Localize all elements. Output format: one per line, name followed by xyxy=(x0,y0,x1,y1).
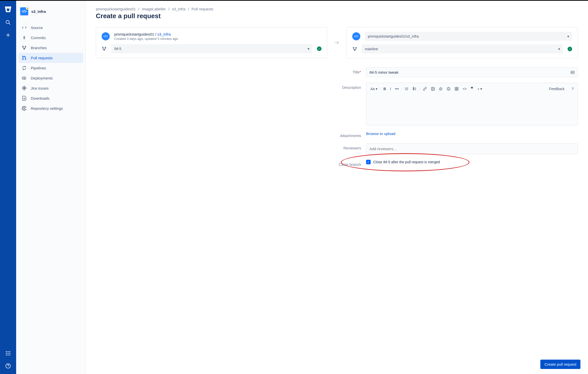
feedback-link[interactable]: Feedback xyxy=(549,86,565,91)
svg-point-28 xyxy=(105,47,106,48)
code-icon[interactable]: <> xyxy=(462,86,467,91)
svg-point-20 xyxy=(24,48,24,49)
quote-icon[interactable]: ❞ xyxy=(470,86,474,92)
chevron-down-icon: ▾ xyxy=(308,47,309,51)
breadcrumb-item[interactable]: Pull requests xyxy=(191,7,213,11)
more-formatting-icon[interactable]: ••• xyxy=(395,86,399,91)
sidebar-item-settings[interactable]: Repository settings xyxy=(19,103,83,113)
code-icon: </> xyxy=(352,32,360,40)
help-icon[interactable] xyxy=(5,363,11,369)
svg-point-52 xyxy=(447,87,450,90)
repo-sidebar: </>🔒 s3_infra Source Commits Branches Pu… xyxy=(16,1,86,374)
description-label: Description xyxy=(326,83,361,90)
svg-point-40 xyxy=(405,89,405,89)
svg-point-18 xyxy=(22,46,23,47)
svg-point-38 xyxy=(405,88,405,88)
contact-card-icon[interactable] xyxy=(570,70,575,75)
sidebar-item-label: Jira issues xyxy=(31,86,49,90)
commit-icon xyxy=(22,35,27,40)
jira-icon xyxy=(22,86,27,91)
add-more-icon[interactable]: + ▾ xyxy=(477,86,483,91)
sidebar-item-branches[interactable]: Branches xyxy=(19,43,83,53)
bullet-list-icon[interactable] xyxy=(404,86,409,91)
svg-rect-7 xyxy=(6,353,7,354)
sidebar-item-pipelines[interactable]: Pipelines xyxy=(19,63,83,73)
source-repo-link[interactable]: pmmquickstartguides01 / s3_infra xyxy=(114,32,178,36)
title-label: Title* xyxy=(326,67,361,74)
gear-icon xyxy=(22,106,27,111)
svg-rect-8 xyxy=(8,353,8,354)
svg-point-0 xyxy=(6,20,9,24)
emoji-icon[interactable] xyxy=(446,86,451,91)
global-nav-rail xyxy=(0,1,16,374)
create-pull-request-button[interactable]: Create pull request xyxy=(540,360,580,369)
svg-point-53 xyxy=(448,88,448,89)
text-style-button[interactable]: Aa ▾ xyxy=(370,86,378,91)
search-icon[interactable] xyxy=(5,19,11,25)
branch-icon xyxy=(22,45,27,50)
source-branch-select[interactable]: IM-5 ▾ xyxy=(111,44,312,53)
source-branch-box: </> pmmquickstartguides01 / s3_infra Cre… xyxy=(96,27,327,58)
repo-name[interactable]: s3_infra xyxy=(31,9,46,14)
dest-repo-select[interactable]: pmmquickstartguides01/s3_infra ▾ xyxy=(365,32,572,41)
code-icon: </> xyxy=(102,32,110,40)
reviewers-input[interactable] xyxy=(366,143,578,154)
close-branch-checkbox[interactable]: ✓ xyxy=(366,160,371,164)
svg-point-32 xyxy=(356,47,356,48)
sidebar-item-label: Pull requests xyxy=(31,56,53,60)
pull-request-icon xyxy=(22,55,27,60)
bold-icon[interactable]: B xyxy=(383,86,387,91)
svg-rect-11 xyxy=(8,355,8,355)
sidebar-item-pull-requests[interactable]: Pull requests xyxy=(19,53,83,63)
build-success-icon: ✓ xyxy=(568,47,572,51)
download-icon xyxy=(22,96,27,101)
svg-point-26 xyxy=(24,108,25,109)
browse-upload-link[interactable]: Browse to upload xyxy=(366,131,395,136)
breadcrumb-item[interactable]: s3_infra xyxy=(172,7,185,11)
numbered-list-icon[interactable]: 123 xyxy=(412,86,417,91)
main-content: pmmquickstartguides01/ ImageLabeller/ s3… xyxy=(86,1,588,374)
source-repo-meta: Created 3 days ago, updated 3 minutes ag… xyxy=(114,37,178,41)
close-branch-text: Close IM-5 after the pull request is mer… xyxy=(373,160,440,164)
svg-point-31 xyxy=(353,47,354,48)
breadcrumb-item[interactable]: pmmquickstartguides01 xyxy=(96,7,136,11)
close-branch-label: Close branch xyxy=(326,160,361,167)
sidebar-item-label: Branches xyxy=(31,46,47,50)
build-success-icon: ✓ xyxy=(317,46,321,51)
sidebar-item-jira-issues[interactable]: Jira issues xyxy=(19,83,83,93)
reviewers-label: Reviewers xyxy=(326,143,361,150)
description-editor[interactable]: Aa ▾ | B I ••• | 123 xyxy=(366,83,578,125)
mention-icon[interactable]: @ xyxy=(438,86,443,91)
description-textarea[interactable] xyxy=(366,95,578,125)
svg-point-51 xyxy=(432,88,432,88)
dest-branch-select[interactable]: mainline ▾ xyxy=(362,44,563,54)
lock-icon: 🔒 xyxy=(26,6,29,10)
title-input[interactable] xyxy=(366,67,578,77)
app-switcher-icon[interactable] xyxy=(5,350,11,356)
link-icon[interactable] xyxy=(422,86,427,91)
svg-point-15 xyxy=(24,37,25,38)
sidebar-item-deployments[interactable]: Deployments xyxy=(19,73,83,83)
svg-rect-10 xyxy=(6,355,7,355)
sidebar-item-commits[interactable]: Commits xyxy=(19,33,83,43)
create-icon[interactable] xyxy=(5,32,11,38)
sidebar-item-source[interactable]: Source xyxy=(19,22,83,33)
sidebar-item-downloads[interactable]: Downloads xyxy=(19,93,83,103)
svg-rect-5 xyxy=(8,351,8,352)
svg-point-29 xyxy=(104,49,104,50)
breadcrumb: pmmquickstartguides01/ ImageLabeller/ s3… xyxy=(96,7,578,11)
svg-rect-9 xyxy=(9,353,10,354)
svg-rect-4 xyxy=(6,351,7,352)
bitbucket-logo[interactable] xyxy=(5,6,12,13)
pipelines-icon xyxy=(22,65,27,70)
help-icon[interactable]: ? xyxy=(571,86,574,91)
image-icon[interactable] xyxy=(430,86,435,91)
dest-branch-box: </> pmmquickstartguides01/s3_infra ▾ mai… xyxy=(346,27,578,58)
breadcrumb-item[interactable]: ImageLabeller xyxy=(142,7,166,11)
svg-point-33 xyxy=(354,50,355,50)
svg-point-54 xyxy=(449,88,449,89)
italic-icon[interactable]: I xyxy=(390,86,392,91)
code-icon xyxy=(22,25,27,30)
table-icon[interactable] xyxy=(454,86,459,91)
svg-rect-6 xyxy=(9,351,10,352)
